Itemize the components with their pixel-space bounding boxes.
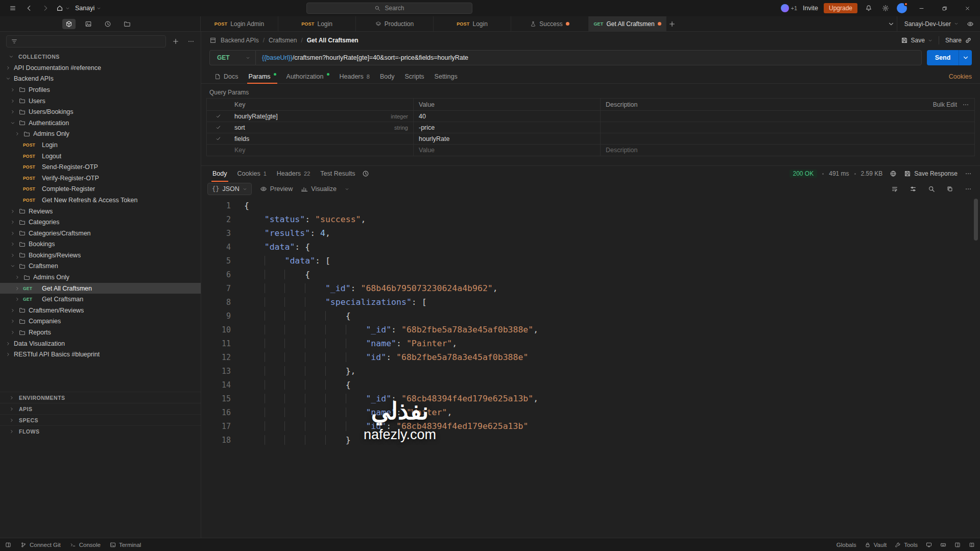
cookies-link[interactable]: Cookies	[949, 73, 972, 80]
sidebar-add-button[interactable]	[170, 36, 181, 47]
statusbar-book-icon[interactable]	[969, 542, 975, 548]
tree-item-craftsmen[interactable]: Craftsmen	[0, 261, 201, 272]
tree-item-users[interactable]: Users	[0, 95, 201, 107]
window-minimize-button[interactable]	[913, 2, 930, 15]
statusbar-layout-icon[interactable]	[954, 542, 961, 548]
chevron-right-icon[interactable]	[5, 65, 11, 70]
tree-item-get-new-refresh-access-token[interactable]: POSTGet New Refresh & Access Token	[0, 195, 201, 206]
tree-item-profiles[interactable]: Profiles	[0, 84, 201, 95]
request-tab-params[interactable]: Params	[243, 69, 281, 83]
collections-pane-icon[interactable]	[62, 19, 76, 29]
breadcrumb-request[interactable]: Get All Craftsmen	[307, 37, 358, 44]
breadcrumb-folder[interactable]: Craftsmen	[269, 37, 297, 44]
scrollbar-thumb[interactable]	[974, 199, 978, 241]
chevron-right-icon[interactable]	[10, 330, 16, 335]
app-menu-icon[interactable]	[7, 3, 18, 14]
params-more-icon[interactable]	[962, 101, 969, 108]
sidebar-filter-input[interactable]	[6, 35, 166, 47]
chevron-right-icon[interactable]	[10, 109, 16, 114]
chevron-down-icon[interactable]	[10, 263, 16, 269]
param-enabled-checkbox[interactable]	[216, 113, 221, 119]
chevron-right-icon[interactable]	[10, 231, 16, 236]
wrap-text-icon[interactable]	[889, 183, 900, 195]
breadcrumb-collection[interactable]: Backend APIs	[221, 37, 259, 44]
upgrade-button[interactable]: Upgrade	[824, 3, 857, 13]
tab-login[interactable]: POSTLogin	[434, 16, 511, 31]
request-tab-settings[interactable]: Settings	[429, 69, 463, 83]
request-tab-authorization[interactable]: Authorization	[281, 69, 334, 83]
response-time[interactable]: 491 ms	[829, 170, 849, 177]
param-value[interactable]: hourlyRate	[413, 133, 600, 144]
tree-item-bookings-reviews[interactable]: Bookings/Reviews	[0, 250, 201, 261]
tree-item-reports[interactable]: Reports	[0, 327, 201, 338]
chevron-down-icon[interactable]	[10, 121, 16, 126]
visualize-button[interactable]: Visualize	[301, 185, 337, 193]
statusbar-globals[interactable]: Globals	[836, 542, 856, 548]
files-pane-icon[interactable]	[121, 19, 134, 29]
param-description-placeholder[interactable]: Description	[600, 145, 917, 156]
tree-item-complete-register[interactable]: POSTComplete-Register	[0, 184, 201, 195]
collections-section-header[interactable]: COLLECTIONS	[0, 51, 201, 62]
send-button[interactable]: Send	[927, 50, 972, 65]
tree-item-craftsmen-reviews[interactable]: Craftsmen/Reviews	[0, 305, 201, 316]
media-pane-icon[interactable]	[82, 19, 95, 29]
statusbar-connect-git[interactable]: Connect Git	[20, 542, 61, 548]
global-search[interactable]: Search	[306, 3, 472, 14]
tab-options-icon[interactable]	[886, 18, 897, 30]
status-badge[interactable]: 200 OK	[790, 170, 818, 178]
home-button[interactable]	[56, 5, 70, 12]
param-enabled-checkbox[interactable]	[216, 125, 221, 130]
tree-item-users-bookings[interactable]: Users/Bookings	[0, 106, 201, 117]
window-close-button[interactable]	[959, 2, 976, 15]
user-avatar[interactable]	[897, 3, 907, 13]
back-icon[interactable]	[23, 3, 35, 14]
chevron-right-icon[interactable]	[10, 87, 16, 92]
param-key[interactable]: fields	[234, 135, 249, 142]
tree-item-send-register-otp[interactable]: POSTSend-Register-OTP	[0, 161, 201, 173]
response-history-icon[interactable]	[360, 168, 371, 179]
window-restore-button[interactable]	[936, 2, 953, 15]
tree-item-backend-apis[interactable]: Backend APIs	[0, 74, 201, 85]
tree-item-admins-only[interactable]: Admins Only	[0, 129, 201, 140]
workspace-switcher[interactable]: Sanayi	[75, 5, 101, 12]
invite-button[interactable]: Invite	[803, 5, 818, 12]
statusbar-layout[interactable]	[5, 542, 11, 548]
response-body-code[interactable]: 1{2"status": "success",3"results": 4,4"d…	[201, 197, 980, 447]
chevron-right-icon[interactable]	[14, 275, 20, 280]
tree-item-get-all-craftsmen[interactable]: GETGet All Craftsmen	[0, 283, 201, 294]
tab-login[interactable]: POSTLogin	[278, 16, 356, 31]
sidebar-section-environments[interactable]: ENVIRONMENTS	[0, 392, 201, 403]
param-key[interactable]: hourlyRate[gte]	[234, 113, 278, 120]
history-pane-icon[interactable]	[101, 19, 114, 29]
preview-button[interactable]: Preview	[260, 185, 293, 193]
sidebar-section-apis[interactable]: APIS	[0, 403, 201, 414]
query-param-row[interactable]: sortstring -price	[207, 122, 974, 133]
chevron-right-icon[interactable]	[10, 319, 16, 324]
statusbar-keyboard-icon[interactable]	[940, 542, 946, 548]
share-button[interactable]: Share	[945, 37, 972, 44]
tree-item-verify-register-otp[interactable]: POSTVerify-Register-OTP	[0, 173, 201, 184]
chevron-right-icon[interactable]	[14, 286, 20, 291]
environment-quick-look-icon[interactable]	[965, 18, 976, 30]
environment-selector[interactable]: Sanayi-Dev-User	[897, 16, 965, 31]
tab-login-admin[interactable]: POSTLogin Admin	[201, 16, 278, 31]
visualize-options-icon[interactable]	[345, 187, 349, 191]
chevron-right-icon[interactable]	[5, 341, 11, 346]
response-tab-test-results[interactable]: Test Results	[315, 166, 360, 181]
collaborators-badge[interactable]: +1	[781, 4, 798, 12]
tree-item-restful-api-basics-blueprint[interactable]: RESTful API Basics #blueprint	[0, 349, 201, 360]
chevron-right-icon[interactable]	[10, 209, 16, 214]
request-tab-scripts[interactable]: Scripts	[399, 69, 429, 83]
request-tab-headers[interactable]: Headers8	[334, 69, 375, 83]
chevron-down-icon[interactable]	[5, 76, 11, 81]
notifications-icon[interactable]	[863, 3, 874, 14]
chevron-right-icon[interactable]	[10, 99, 16, 104]
body-more-icon[interactable]	[963, 183, 974, 195]
method-selector[interactable]: GET	[209, 50, 255, 65]
chevron-right-icon[interactable]	[14, 131, 20, 136]
statusbar-tools[interactable]: Tools	[895, 542, 918, 548]
query-param-row[interactable]: fields hourlyRate	[207, 133, 974, 145]
tree-item-authentication[interactable]: Authentication	[0, 117, 201, 129]
param-enabled-checkbox[interactable]	[216, 136, 221, 141]
tab-get-all-craftsmen[interactable]: GETGet All Craftsmen	[589, 16, 666, 31]
